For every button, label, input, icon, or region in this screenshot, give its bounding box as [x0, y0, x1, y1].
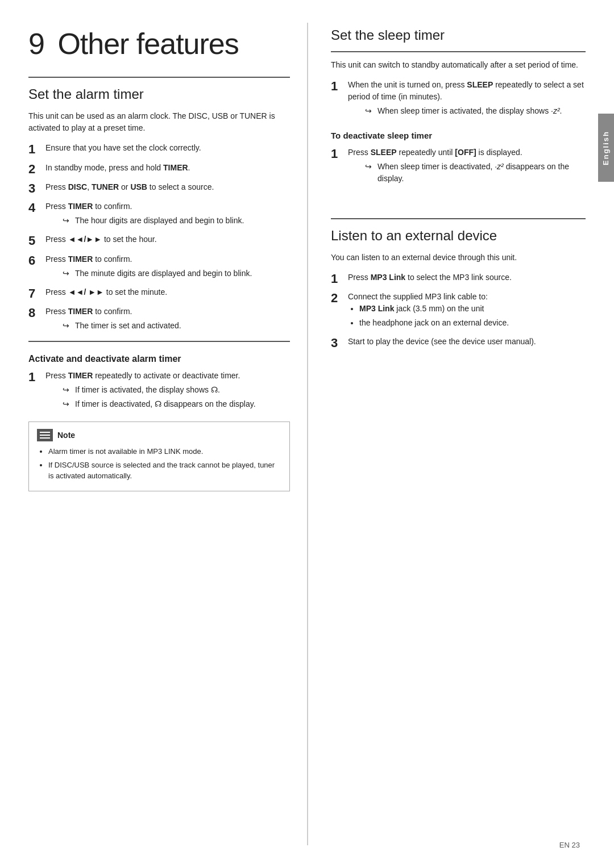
- sleep-step-1-content: When the unit is turned on, press SLEEP …: [348, 79, 586, 119]
- activate-step-1-content: Press TIMER repeatedly to activate or de…: [45, 370, 290, 412]
- external-step-3: 3 Start to play the device (see the devi…: [331, 336, 586, 350]
- note-list: Alarm timer is not available in MP3 LINK…: [37, 446, 281, 482]
- alarm-step-8: 8 Press TIMER to confirm. ↪ The timer is…: [28, 306, 290, 334]
- step-3-content: Press DISC, TUNER or USB to select a sou…: [45, 181, 290, 193]
- bullet-headphone-jack: the headphone jack on an external device…: [359, 317, 586, 329]
- step-5-content: Press ◄◄/►► to set the hour.: [45, 233, 290, 245]
- sidebar-tab: English: [598, 114, 614, 182]
- step-num-5: 5: [28, 233, 45, 248]
- deactivate-step-1-content: Press SLEEP repeatedly until [OFF] is di…: [348, 147, 586, 187]
- step-6-result: ↪ The minute digits are displayed and be…: [63, 268, 290, 279]
- alarm-step-1: 1 Ensure that you have set the clock cor…: [28, 142, 290, 157]
- external-step-num-2: 2: [331, 291, 348, 306]
- external-step-num-1: 1: [331, 272, 348, 286]
- step-2-content: In standby mode, press and hold TIMER.: [45, 162, 290, 174]
- arrow-act-2: ↪: [63, 398, 72, 410]
- step-num-8: 8: [28, 306, 45, 320]
- step-4-result: ↪ The hour digits are displayed and begi…: [63, 215, 290, 227]
- step-8-content: Press TIMER to confirm. ↪ The timer is s…: [45, 306, 290, 334]
- note-item-1: Alarm timer is not available in MP3 LINK…: [48, 446, 281, 457]
- sleep-result-1: ↪ When sleep timer is activated, the dis…: [365, 105, 586, 117]
- external-step-1: 1 Press MP3 Link to select the MP3 link …: [331, 272, 586, 286]
- deactivate-steps-list: 1 Press SLEEP repeatedly until [OFF] is …: [331, 147, 586, 187]
- left-column: 9 Other features Set the alarm timer Thi…: [28, 23, 307, 845]
- activate-steps-list: 1 Press TIMER repeatedly to activate or …: [28, 370, 290, 412]
- step-1-content: Ensure that you have set the clock corre…: [45, 142, 290, 154]
- sleep-step-1: 1 When the unit is turned on, press SLEE…: [331, 79, 586, 119]
- step-7-content: Press ◄◄/ ►► to set the minute.: [45, 286, 290, 298]
- external-step-3-content: Start to play the device (see the device…: [348, 336, 586, 348]
- alarm-step-7: 7 Press ◄◄/ ►► to set the minute.: [28, 286, 290, 301]
- step-num-4: 4: [28, 201, 45, 215]
- step-num-2: 2: [28, 162, 45, 177]
- sleep-section-divider: [331, 51, 586, 52]
- right-column: Set the sleep timer This unit can switch…: [307, 23, 586, 845]
- activate-result-1-text: If timer is activated, the display shows…: [75, 384, 220, 396]
- alarm-intro: This unit can be used as an alarm clock.…: [28, 110, 290, 134]
- step-8-result-text: The timer is set and activated.: [75, 320, 181, 332]
- activate-step-num-1: 1: [28, 370, 45, 385]
- sleep-section-title: Set the sleep timer: [331, 26, 586, 45]
- activate-section-title: Activate and deactivate alarm timer: [28, 352, 290, 365]
- activate-result-1: ↪ If timer is activated, the display sho…: [63, 384, 290, 396]
- alarm-step-5: 5 Press ◄◄/►► to set the hour.: [28, 233, 290, 248]
- arrow-8: ↪: [63, 320, 72, 332]
- arrow-act-1: ↪: [63, 384, 72, 396]
- step-6-result-text: The minute digits are displayed and begi…: [75, 268, 252, 279]
- alarm-section-divider: [28, 77, 290, 78]
- sleep-intro: This unit can switch to standby automati…: [331, 59, 586, 71]
- external-step-1-content: Press MP3 Link to select the MP3 link so…: [348, 272, 586, 283]
- deactivate-step-1: 1 Press SLEEP repeatedly until [OFF] is …: [331, 147, 586, 187]
- activate-step-1: 1 Press TIMER repeatedly to activate or …: [28, 370, 290, 412]
- arrow-sleep-1: ↪: [365, 105, 374, 117]
- alarm-step-3: 3 Press DISC, TUNER or USB to select a s…: [28, 181, 290, 196]
- alarm-step-4: 4 Press TIMER to confirm. ↪ The hour dig…: [28, 201, 290, 229]
- sleep-steps-list: 1 When the unit is turned on, press SLEE…: [331, 79, 586, 119]
- activate-section-divider: [28, 341, 290, 342]
- page: 9 Other features Set the alarm timer Thi…: [0, 0, 614, 868]
- external-steps-list: 1 Press MP3 Link to select the MP3 link …: [331, 272, 586, 351]
- arrow-4: ↪: [63, 215, 72, 227]
- arrow-6: ↪: [63, 268, 72, 279]
- alarm-step-2: 2 In standby mode, press and hold TIMER.: [28, 162, 290, 177]
- step-num-3: 3: [28, 181, 45, 196]
- note-item-2: If DISC/USB source is selected and the t…: [48, 460, 281, 482]
- sleep-step-num-1: 1: [331, 79, 348, 94]
- note-label: Note: [57, 429, 75, 441]
- step-8-result: ↪ The timer is set and activated.: [63, 320, 290, 332]
- note-icon: [37, 429, 53, 441]
- external-intro: You can listen to an external device thr…: [331, 252, 586, 264]
- step-4-content: Press TIMER to confirm. ↪ The hour digit…: [45, 201, 290, 229]
- chapter-title: 9 Other features: [28, 23, 290, 65]
- step-6-content: Press TIMER to confirm. ↪ The minute dig…: [45, 253, 290, 282]
- main-content: 9 Other features Set the alarm timer Thi…: [0, 0, 614, 868]
- note-box: Note Alarm timer is not available in MP3…: [28, 422, 290, 491]
- bullet-mp3-jack: MP3 Link jack (3.5 mm) on the unit: [359, 303, 586, 315]
- deactivate-title: To deactivate sleep timer: [331, 130, 586, 142]
- step-num-1: 1: [28, 142, 45, 157]
- activate-result-2: ↪ If timer is deactivated, ☊ disappears …: [63, 398, 290, 410]
- activate-result-2-text: If timer is deactivated, ☊ disappears on…: [75, 398, 256, 410]
- deactivate-result-1-text: When sleep timer is deactivated, ·z² dis…: [377, 161, 586, 185]
- external-step-num-3: 3: [331, 336, 348, 350]
- sidebar-label: English: [601, 131, 612, 165]
- arrow-deact-1: ↪: [365, 161, 374, 173]
- sleep-result-1-text: When sleep timer is activated, the displ…: [377, 105, 562, 117]
- external-step-2-bullets: MP3 Link jack (3.5 mm) on the unit the h…: [348, 303, 586, 329]
- alarm-step-6: 6 Press TIMER to confirm. ↪ The minute d…: [28, 253, 290, 282]
- alarm-steps-list: 1 Ensure that you have set the clock cor…: [28, 142, 290, 334]
- external-step-2: 2 Connect the supplied MP3 link cable to…: [331, 291, 586, 331]
- deactivate-step-num-1: 1: [331, 147, 348, 161]
- step-4-result-text: The hour digits are displayed and begin …: [75, 215, 244, 227]
- note-header: Note: [37, 429, 281, 441]
- page-footer: EN 23: [559, 840, 580, 851]
- deactivate-result-1: ↪ When sleep timer is deactivated, ·z² d…: [365, 161, 586, 185]
- chapter-title-text: Other features: [57, 27, 238, 60]
- step-num-6: 6: [28, 253, 45, 268]
- step-num-7: 7: [28, 286, 45, 301]
- chapter-number: 9: [28, 27, 44, 60]
- external-step-2-content: Connect the supplied MP3 link cable to: …: [348, 291, 586, 331]
- alarm-section-title: Set the alarm timer: [28, 85, 290, 105]
- external-section-divider: [331, 218, 586, 219]
- external-section-title: Listen to an external device: [331, 226, 586, 246]
